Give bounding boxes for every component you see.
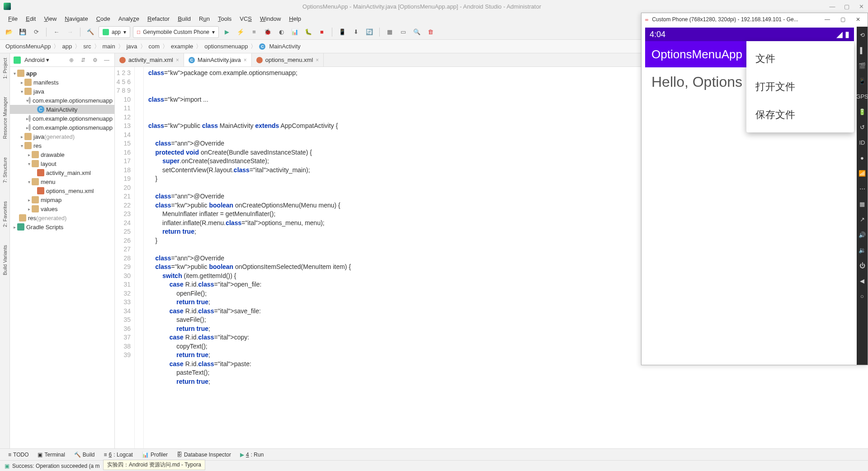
stop-icon[interactable]: ■ — [316, 27, 327, 38]
tab-mainactivity-java[interactable]: CMainActivity.java× — [184, 53, 252, 66]
back-icon[interactable]: ← — [51, 27, 62, 38]
close-button[interactable]: ✕ — [858, 3, 864, 10]
project-tree[interactable]: ▾app ▸manifests ▾java ▾com.example.optio… — [10, 67, 114, 448]
menu-item-open-file[interactable]: 打开文件 — [746, 73, 854, 101]
device-explorer-icon[interactable]: ▭ — [398, 27, 409, 38]
tree-node-activity-main-xml[interactable]: activity_main.xml — [10, 168, 114, 177]
open-icon[interactable]: 📂 — [4, 27, 14, 38]
gear-icon[interactable]: ⚙ — [91, 56, 99, 64]
network-icon[interactable]: 📶 — [858, 169, 867, 178]
id-icon[interactable]: ID — [858, 138, 867, 147]
menu-window[interactable]: Window — [256, 14, 284, 24]
minimize-button[interactable]: — — [829, 3, 835, 10]
phone-icon[interactable]: 📱 — [858, 76, 867, 85]
tool-profiler[interactable]: 📊Profiler — [138, 451, 171, 459]
menu-view[interactable]: View — [40, 14, 60, 24]
tab-options-menu-xml[interactable]: options_menu.xml× — [252, 53, 324, 66]
apps-icon[interactable]: ▦ — [858, 199, 867, 208]
breadcrumb-item[interactable]: MainActivity — [269, 43, 300, 50]
menu-analyze[interactable]: Analyze — [115, 14, 143, 24]
forward-icon[interactable]: → — [65, 27, 75, 38]
rotate-icon[interactable]: ⟲ — [858, 30, 867, 39]
tree-node-java[interactable]: ▾java — [10, 87, 114, 96]
close-icon[interactable]: × — [244, 57, 247, 63]
project-view-selector[interactable]: Android ▾ — [24, 57, 64, 63]
tree-node-values[interactable]: ▸values — [10, 204, 114, 213]
rail-favorites[interactable]: 2: Favorites — [2, 201, 8, 227]
back-icon[interactable]: ◀ — [858, 276, 867, 285]
tree-node-menu[interactable]: ▾menu — [10, 177, 114, 186]
gps-icon[interactable]: GPS — [858, 92, 867, 101]
tool-build[interactable]: 🔨Build — [71, 451, 99, 459]
menu-edit[interactable]: Edit — [22, 14, 39, 24]
sync-icon[interactable]: ⟳ — [31, 27, 42, 38]
menu-item-file[interactable]: 文件 — [746, 45, 854, 73]
more-icon[interactable]: ⋯ — [858, 184, 867, 193]
camera-icon[interactable]: 🎬 — [858, 61, 867, 70]
close-icon[interactable]: × — [316, 57, 319, 63]
search-icon[interactable]: 🔍 — [411, 27, 422, 38]
layout-inspector-icon[interactable]: ▦ — [384, 27, 395, 38]
menu-file[interactable]: File — [5, 14, 21, 24]
rail-structure[interactable]: 7: Structure — [2, 157, 8, 183]
line-gutter[interactable]: 1 2 3 4 5 6 7 8 9 10 11 12 13 14 15 16 1… — [115, 67, 135, 448]
tree-node-drawable[interactable]: ▸drawable — [10, 150, 114, 159]
tree-node-res-generated[interactable]: res (generated) — [10, 213, 114, 222]
volume-down-icon[interactable]: 🔉 — [858, 245, 867, 254]
tool-logcat[interactable]: ≡6: Logcat — [100, 451, 137, 459]
power-icon[interactable]: ▌ — [858, 46, 867, 55]
menu-tools[interactable]: Tools — [214, 14, 235, 24]
breadcrumb-item[interactable]: example — [171, 43, 193, 50]
tab-activity-main-xml[interactable]: activity_main.xml× — [115, 53, 184, 66]
tree-node-package-androidtest[interactable]: ▸com.example.optionsmenuapp — [10, 123, 114, 132]
menu-code[interactable]: Code — [93, 14, 114, 24]
avd-icon[interactable]: 📱 — [337, 27, 348, 38]
close-icon[interactable]: × — [176, 57, 179, 63]
breadcrumb-item[interactable]: main — [103, 43, 115, 50]
tree-node-package[interactable]: ▾com.example.optionsmenuapp — [10, 96, 114, 105]
minimize-button[interactable]: — — [821, 16, 833, 23]
volume-up-icon[interactable]: 🔊 — [858, 230, 867, 239]
tool-todo[interactable]: ≡TODO — [5, 451, 32, 459]
tree-node-app[interactable]: ▾app — [10, 69, 114, 78]
breadcrumb-item[interactable]: optionsmenuapp — [204, 43, 248, 50]
breadcrumb-item[interactable]: src — [83, 43, 91, 50]
menu-run[interactable]: Run — [195, 14, 213, 24]
tree-node-mainactivity[interactable]: CMainActivity — [10, 105, 114, 114]
sdk-icon[interactable]: ⬇ — [350, 27, 361, 38]
sync-gradle-icon[interactable]: 🔄 — [364, 27, 375, 38]
menu-vcs[interactable]: VCS — [236, 14, 255, 24]
run-icon[interactable]: ▶ — [222, 27, 232, 38]
save-icon[interactable]: 💾 — [17, 27, 28, 38]
apply-changes-icon[interactable]: ⚡ — [235, 27, 246, 38]
tree-node-gradle-scripts[interactable]: ▸Gradle Scripts — [10, 222, 114, 231]
menu-refactor[interactable]: Refactor — [144, 14, 173, 24]
rotate-left-icon[interactable]: ↺ — [858, 122, 867, 132]
menu-navigate[interactable]: Navigate — [61, 14, 91, 24]
menu-build[interactable]: Build — [174, 14, 194, 24]
collapse-icon[interactable]: ⇵ — [79, 56, 87, 64]
breadcrumb-item[interactable]: com — [149, 43, 160, 50]
run-config-selector[interactable]: app ▾ — [99, 26, 130, 38]
tree-node-res[interactable]: ▾res — [10, 141, 114, 150]
close-button[interactable]: ✕ — [852, 16, 864, 23]
device-selector[interactable]: □ Genymobile Custom Phone ▾ — [133, 26, 219, 38]
emulator-screen[interactable]: 4:04 ◢ ▮ OptionsMenuApp Hello, Options M… — [645, 28, 854, 362]
profile-icon[interactable]: 📊 — [289, 27, 300, 38]
home-icon[interactable]: ○ — [858, 292, 867, 301]
marker-gutter[interactable] — [135, 67, 144, 448]
tool-run[interactable]: ▶4: Run — [236, 451, 267, 459]
menu-item-save-file[interactable]: 保存文件 — [746, 101, 854, 129]
tree-node-layout[interactable]: ▾layout — [10, 159, 114, 168]
breadcrumb-item[interactable]: java — [127, 43, 137, 50]
tool-database-inspector[interactable]: 🗄Database Inspector — [173, 451, 235, 459]
coverage-icon[interactable]: ◐ — [276, 27, 287, 38]
disk-icon[interactable]: ● — [858, 153, 867, 162]
maximize-button[interactable]: ▢ — [837, 16, 849, 23]
breadcrumb-item[interactable]: OptionsMenuApp — [5, 43, 51, 50]
share-icon[interactable]: ↗ — [858, 215, 867, 224]
tree-node-mipmap[interactable]: ▸mipmap — [10, 195, 114, 204]
locate-icon[interactable]: ⊕ — [67, 56, 75, 64]
tree-node-java-generated[interactable]: ▸java (generated) — [10, 132, 114, 141]
tree-node-options-menu-xml[interactable]: options_menu.xml — [10, 186, 114, 195]
